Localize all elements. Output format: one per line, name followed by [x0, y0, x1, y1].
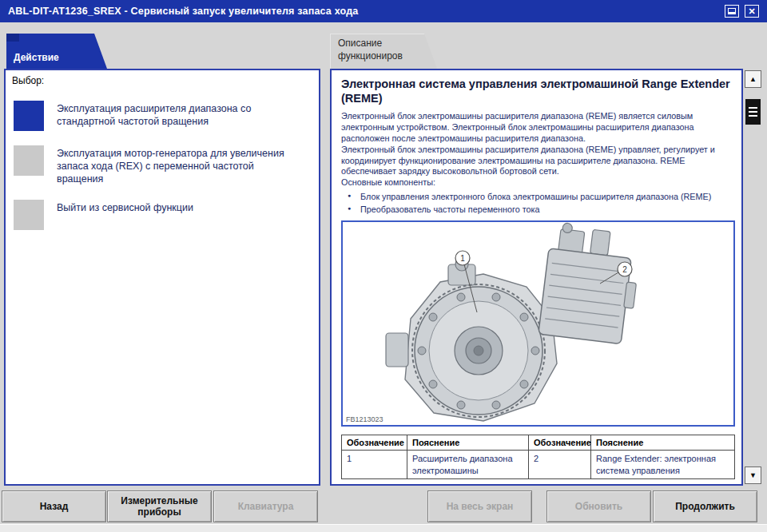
titlebar-icons: ✕ [725, 5, 759, 18]
figure-illustration: 1 2 [343, 222, 733, 425]
option-checkbox[interactable] [14, 200, 44, 230]
legend-table: Обозначение Пояснение Обозначение Поясне… [341, 435, 735, 479]
paragraph: Электронный блок электромашины расширите… [341, 111, 732, 144]
scrollbar-thumb[interactable] [745, 99, 761, 125]
scrollbar[interactable]: ▲ ▼ [745, 70, 761, 484]
table-header: Обозначение [529, 435, 591, 451]
refresh-button[interactable]: Обновить [546, 490, 651, 522]
list-item: Блок управления электронного блока элект… [346, 190, 732, 203]
option-exit-service[interactable]: Выйти из сервисной функции [14, 200, 311, 230]
app-window: ABL-DIT-AT1236_SREX - Сервисный запуск у… [0, 0, 767, 532]
close-glyph: ✕ [748, 7, 755, 16]
footer-strip [0, 524, 767, 532]
tab-row: Действие Описание функциониров [0, 22, 767, 69]
list-item-text: Преобразователь частоты переменного тока [360, 204, 540, 214]
table-header: Обозначение [342, 435, 407, 451]
option-label: Эксплуатация мотор-генератора для увелич… [57, 145, 296, 185]
components-list: Блок управления электронного блока элект… [346, 190, 732, 216]
tab-active-marker [6, 34, 19, 42]
selection-panel: Выбор: Эксплуатация расширителя диапазон… [4, 69, 320, 486]
tab-function-description[interactable]: Описание функциониров [330, 34, 437, 69]
list-item-text: Блок управления электронного блока элект… [360, 192, 711, 201]
paragraph: Электронный блок электромашины расширите… [341, 145, 732, 177]
fullscreen-button[interactable]: На весь экран [427, 490, 532, 522]
option-checkbox[interactable] [14, 145, 44, 176]
list-item: Преобразователь частоты переменного тока [346, 203, 732, 216]
option-label: Эксплуатация расширителя диапазона со ст… [57, 101, 296, 128]
table-cell: Расширитель диапазона электромашины [407, 451, 529, 479]
tab-function-description-label: Описание функциониров [338, 38, 403, 62]
window-restore-icon[interactable] [725, 5, 739, 18]
figure[interactable]: 1 2 FB1213023 [341, 220, 735, 427]
table-header: Пояснение [407, 435, 529, 451]
arrow-up-icon: ▲ [749, 75, 757, 83]
figure-callout-2: 2 [622, 265, 627, 274]
close-icon[interactable]: ✕ [745, 5, 759, 18]
scroll-down-button[interactable]: ▼ [745, 466, 761, 484]
figure-code: FB1213023 [346, 415, 384, 423]
description-panel: Электронная система управления электрома… [330, 69, 743, 486]
option-checkbox-selected[interactable] [14, 101, 44, 131]
measuring-devices-button[interactable]: Измерительные приборы [107, 490, 212, 522]
continue-button[interactable]: Продолжить [653, 490, 757, 522]
tab-action-label: Действие [14, 52, 59, 63]
table-cell: 2 [529, 451, 591, 479]
tab-action[interactable]: Действие [6, 34, 107, 69]
table-header: Пояснение [591, 435, 735, 451]
option-standard-speed[interactable]: Эксплуатация расширителя диапазона со ст… [14, 101, 311, 131]
arrow-down-icon: ▼ [749, 471, 757, 479]
title-bar: ABL-DIT-AT1236_SREX - Сервисный запуск у… [0, 0, 767, 22]
option-label: Выйти из сервисной функции [57, 200, 193, 214]
paragraph: Основные компоненты: [341, 177, 732, 189]
selection-label: Выбор: [6, 70, 319, 86]
table-row: 1 Расширитель диапазона электромашины 2 … [342, 451, 735, 479]
table-header-row: Обозначение Пояснение Обозначение Поясне… [342, 435, 735, 451]
window-glyph [728, 8, 736, 14]
option-variable-speed[interactable]: Эксплуатация мотор-генератора для увелич… [14, 145, 311, 185]
table-cell: Range Extender: электронная система упра… [591, 451, 735, 479]
back-button[interactable]: Назад [2, 490, 106, 522]
thumb-grip-line [749, 107, 757, 109]
table-cell: 1 [342, 451, 407, 479]
window-title: ABL-DIT-AT1236_SREX - Сервисный запуск у… [8, 6, 359, 17]
document-heading: Электронная система управления электрома… [341, 77, 732, 105]
thumb-grip-line [749, 111, 757, 113]
keyboard-button[interactable]: Клавиатура [213, 490, 318, 522]
figure-callout-1: 1 [460, 254, 465, 263]
thumb-grip-line [749, 115, 757, 117]
bottom-toolbar: Назад Измерительные приборы Клавиатура Н… [0, 486, 767, 524]
scroll-up-button[interactable]: ▲ [745, 70, 761, 88]
